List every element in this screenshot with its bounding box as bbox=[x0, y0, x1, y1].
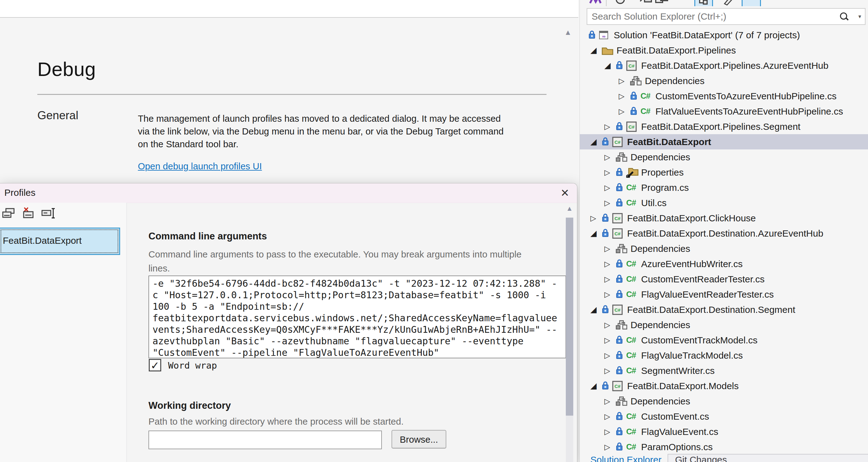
dialog-scrollbar-thumb[interactable] bbox=[566, 218, 573, 415]
expander-collapsed-icon[interactable]: ▷ bbox=[619, 104, 630, 119]
tree-row[interactable]: ▷C#Util.cs bbox=[580, 195, 868, 211]
delete-profile-icon[interactable] bbox=[21, 207, 36, 222]
search-input[interactable]: Search Solution Explorer (Ctrl+;) ▾ bbox=[587, 8, 866, 25]
command-line-arguments-textbox[interactable]: -e "32f6be54-6796-44dd-bc82-f4824b0da13c… bbox=[149, 276, 566, 358]
edit-project-file-icon[interactable] bbox=[721, 0, 735, 6]
rename-profile-icon[interactable] bbox=[41, 207, 57, 222]
expander-expanded-icon[interactable]: ◢ bbox=[590, 226, 601, 241]
tree-row[interactable]: ▷C#Program.cs bbox=[580, 180, 868, 195]
tree-row[interactable]: ◢C#FeatBit.DataExport bbox=[580, 134, 868, 149]
expander-collapsed-icon[interactable]: ▷ bbox=[619, 88, 630, 104]
expander-expanded-icon[interactable]: ◢ bbox=[590, 134, 601, 149]
csproj-icon: C# bbox=[626, 121, 640, 132]
expander-collapsed-icon[interactable]: ▷ bbox=[604, 165, 616, 180]
tree-item-label: Properties bbox=[641, 167, 684, 178]
word-wrap-label: Word wrap bbox=[168, 360, 217, 371]
expander-collapsed-icon[interactable]: ▷ bbox=[604, 363, 616, 378]
tree-row[interactable]: ∞Solution 'FeatBit.DataExport' (7 of 7 p… bbox=[580, 27, 868, 43]
tree-row[interactable]: ◢C#FeatBit.DataExport.Destination.AzureE… bbox=[580, 226, 868, 241]
tree-item-label: CustomEventsToAzureEventHubPipeline.cs bbox=[655, 91, 837, 101]
expander-collapsed-icon[interactable]: ▷ bbox=[590, 211, 601, 226]
chevron-down-icon[interactable]: ▾ bbox=[858, 13, 861, 20]
tree-row[interactable]: ▷C#CustomEventTrackModel.cs bbox=[580, 333, 868, 348]
expander-expanded-icon[interactable]: ◢ bbox=[604, 58, 616, 73]
expander-collapsed-icon[interactable]: ▷ bbox=[619, 73, 630, 88]
search-icon[interactable] bbox=[839, 12, 849, 21]
scroll-up-arrow-icon[interactable]: ▲ bbox=[564, 28, 572, 37]
expander-collapsed-icon[interactable]: ▷ bbox=[604, 119, 616, 134]
lock-icon bbox=[616, 60, 626, 71]
tree-row[interactable]: ▷C#CustomEvent.cs bbox=[580, 409, 868, 424]
open-debug-launch-profiles-link[interactable]: Open debug launch profiles UI bbox=[138, 161, 262, 172]
tree-row[interactable]: ▷Dependencies bbox=[580, 317, 868, 333]
tree-item-label: FlatValueEventsToAzureEventHubPipeline.c… bbox=[655, 106, 843, 117]
tab-solution-explorer[interactable]: Solution Explorer bbox=[580, 454, 668, 462]
dialog-scrollbar-track[interactable] bbox=[566, 415, 573, 462]
tree-row[interactable]: ▷C#CustomEventReaderTester.cs bbox=[580, 272, 868, 287]
lock-icon bbox=[616, 121, 626, 132]
browse-button[interactable]: Browse... bbox=[392, 430, 446, 449]
expander-collapsed-icon[interactable]: ▷ bbox=[604, 424, 616, 439]
expander-expanded-icon[interactable]: ◢ bbox=[590, 43, 601, 58]
close-icon[interactable]: × bbox=[556, 184, 574, 202]
expander-expanded-icon[interactable]: ◢ bbox=[590, 302, 601, 317]
tree-row[interactable]: ◢C#FeatBit.DataExport.Models bbox=[580, 378, 868, 394]
working-directory-input[interactable] bbox=[149, 431, 382, 449]
expander-collapsed-icon[interactable]: ▷ bbox=[604, 394, 616, 409]
tree-row[interactable]: ◢C#FeatBit.DataExport.Destination.Segmen… bbox=[580, 302, 868, 317]
tree-row[interactable]: ▷C#ParamOptions.cs bbox=[580, 439, 868, 455]
tree-row[interactable]: ▷C#AzureEventHubWriter.cs bbox=[580, 256, 868, 272]
expander-collapsed-icon[interactable]: ▷ bbox=[604, 348, 616, 363]
expander-collapsed-icon[interactable]: ▷ bbox=[604, 317, 616, 333]
dependencies-icon bbox=[616, 320, 629, 330]
csproj-icon: C# bbox=[612, 305, 626, 315]
expander-collapsed-icon[interactable]: ▷ bbox=[604, 256, 616, 272]
general-description: The management of launch profiles has mo… bbox=[138, 112, 510, 150]
expander-collapsed-icon[interactable]: ▷ bbox=[604, 409, 616, 424]
tree-row[interactable]: ◢FeatBit.DataExport.Pipelines bbox=[580, 43, 868, 58]
search-placeholder: Search Solution Explorer (Ctrl+;) bbox=[592, 11, 726, 22]
svg-text:C#: C# bbox=[628, 124, 634, 129]
tree-row[interactable]: ▷C#FlagValueEvent.cs bbox=[580, 424, 868, 439]
add-duplicate-profile-icon[interactable] bbox=[1, 207, 16, 222]
lock-icon bbox=[601, 228, 612, 239]
switch-views-icon[interactable] bbox=[588, 0, 602, 6]
expander-expanded-icon[interactable]: ◢ bbox=[590, 378, 601, 394]
tree-row[interactable]: ▷C#SegmentWriter.cs bbox=[580, 363, 868, 378]
tree-row[interactable]: ◢C#FeatBit.DataExport.Pipelines.AzureEve… bbox=[580, 58, 868, 73]
dialog-scroll-up-arrow-icon[interactable]: ▲ bbox=[564, 205, 575, 213]
dialog-titlebar[interactable]: Profiles × bbox=[0, 183, 577, 203]
cs-icon: C# bbox=[626, 289, 640, 299]
tree-row[interactable]: ▷C#FeatBit.DataExport.Pipelines.Segment bbox=[580, 119, 868, 134]
section-label-general: General bbox=[37, 109, 79, 122]
lock-icon bbox=[601, 213, 612, 223]
tree-row[interactable]: ▷C#FlagValueTrackModel.cs bbox=[580, 348, 868, 363]
tree-row[interactable]: ▷C#CustomEventsToAzureEventHubPipeline.c… bbox=[580, 88, 868, 104]
lock-icon bbox=[616, 259, 626, 269]
tree-row[interactable]: ▷C#FeatBit.DataExport.ClickHouse bbox=[580, 211, 868, 226]
show-all-files-icon[interactable] bbox=[654, 0, 670, 6]
tree-row[interactable]: ▷Dependencies bbox=[580, 73, 868, 88]
tree-row[interactable]: ▷Dependencies bbox=[580, 149, 868, 165]
sync-with-active-document-icon[interactable] bbox=[694, 0, 713, 6]
expander-collapsed-icon[interactable]: ▷ bbox=[604, 195, 616, 211]
profile-list-item[interactable]: FeatBit.DataExport bbox=[0, 227, 120, 255]
expander-collapsed-icon[interactable]: ▷ bbox=[604, 180, 616, 195]
pending-changes-filter-icon[interactable] bbox=[613, 0, 627, 6]
expander-collapsed-icon[interactable]: ▷ bbox=[604, 149, 616, 165]
word-wrap-checkbox[interactable]: ✓ bbox=[149, 359, 161, 371]
expander-collapsed-icon[interactable]: ▷ bbox=[604, 241, 616, 256]
collapse-all-icon[interactable] bbox=[639, 0, 653, 6]
tab-git-changes[interactable]: Git Changes bbox=[668, 454, 868, 462]
tree-row[interactable]: ▷C#FlatValueEventsToAzureEventHubPipelin… bbox=[580, 104, 868, 119]
profiles-sidebar: FeatBit.DataExport bbox=[0, 203, 127, 462]
preview-selected-items-icon[interactable] bbox=[742, 0, 761, 6]
expander-collapsed-icon[interactable]: ▷ bbox=[604, 287, 616, 302]
tree-row[interactable]: ▷Dependencies bbox=[580, 241, 868, 256]
tree-row[interactable]: ▷C#FlagValueEventReaderTester.cs bbox=[580, 287, 868, 302]
expander-collapsed-icon[interactable]: ▷ bbox=[604, 439, 616, 455]
expander-collapsed-icon[interactable]: ▷ bbox=[604, 272, 616, 287]
expander-collapsed-icon[interactable]: ▷ bbox=[604, 333, 616, 348]
tree-row[interactable]: ▷Dependencies bbox=[580, 394, 868, 409]
tree-row[interactable]: ▷Properties bbox=[580, 165, 868, 180]
